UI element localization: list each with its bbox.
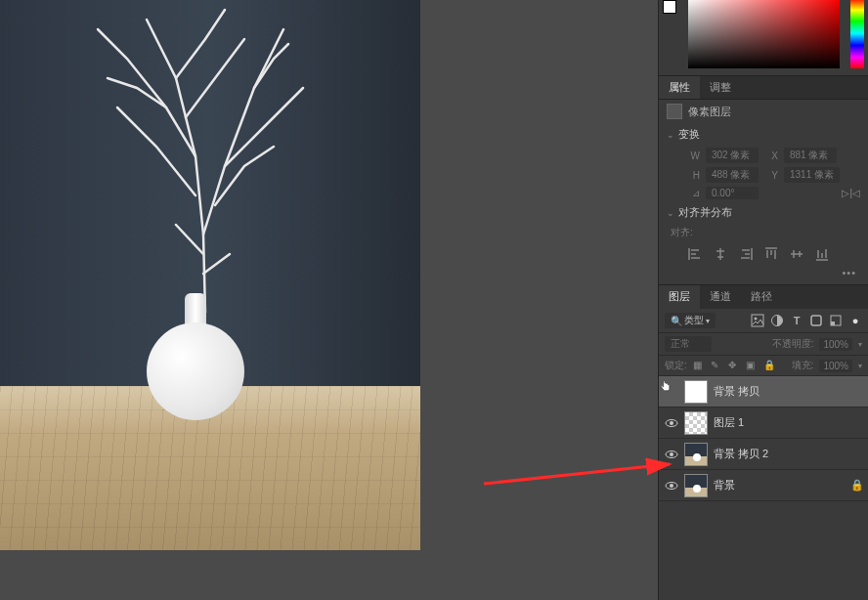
visibility-eye-icon[interactable] (665, 416, 678, 430)
angle-icon: ⊿ (686, 188, 700, 198)
layer-item[interactable]: 图层 1 (659, 407, 868, 439)
h-label: H (686, 170, 700, 181)
x-label: X (764, 150, 778, 161)
transform-wx-row: W 302 像素 X 881 像素 (659, 146, 868, 165)
x-field[interactable]: 881 像素 (784, 148, 837, 163)
filter-toggle-icon[interactable]: ● (848, 314, 862, 327)
visibility-eye-icon[interactable] (665, 479, 678, 493)
search-icon: 🔍 (671, 316, 682, 326)
lock-label: 锁定: (665, 359, 687, 372)
angle-field[interactable]: 0.00° (706, 187, 759, 199)
lock-row: 锁定: ▦ ✎ ✥ ▣ 🔒 填充: 100% ▾ (659, 356, 868, 376)
svg-point-1 (755, 318, 758, 321)
chevron-down-icon[interactable]: ▾ (858, 362, 862, 370)
svg-point-11 (670, 484, 673, 488)
y-label: Y (764, 170, 778, 181)
align-label: 对齐: (671, 226, 693, 239)
fill-label: 填充: (792, 359, 814, 372)
align-section-header[interactable]: ⌄ 对齐并分布 (659, 201, 868, 224)
foreground-background-swatch[interactable] (663, 0, 684, 21)
lock-trans-icon[interactable]: ▦ (693, 360, 705, 371)
layer-list: 背景 拷贝 图层 1 背景 拷贝 2 背景 🔒 (659, 376, 868, 501)
visibility-eye-icon[interactable] (665, 448, 678, 461)
document-canvas[interactable] (0, 0, 420, 550)
layer-name-label[interactable]: 背景 拷贝 2 (714, 447, 768, 461)
blend-mode-select[interactable]: 正常 (665, 336, 712, 352)
lock-icon: 🔒 (850, 479, 862, 492)
filter-kind-label: 类型 (684, 314, 704, 327)
align-top-icon[interactable] (762, 245, 780, 263)
align-distribute-label: 对齐并分布 (678, 205, 732, 220)
filter-type-icon[interactable]: T (790, 314, 803, 327)
color-field[interactable] (688, 0, 840, 68)
svg-rect-0 (752, 315, 763, 326)
filter-smart-icon[interactable] (829, 314, 843, 327)
svg-rect-3 (811, 316, 821, 325)
properties-tabs: 属性 调整 (659, 76, 868, 100)
align-left-icon[interactable] (686, 245, 704, 263)
fill-field[interactable]: 100% (819, 360, 852, 372)
hue-slider[interactable] (850, 0, 864, 68)
svg-point-7 (670, 421, 673, 425)
layer-item[interactable]: 背景 拷贝 2 (659, 439, 868, 470)
align-right-icon[interactable] (737, 245, 755, 263)
chevron-down-icon: ▾ (706, 317, 710, 325)
layer-thumbnail[interactable] (684, 474, 708, 497)
transform-label: 变换 (678, 127, 700, 142)
tab-channels[interactable]: 通道 (700, 285, 741, 309)
hand-cursor-icon (659, 380, 673, 394)
width-field[interactable]: 302 像素 (706, 148, 759, 163)
svg-point-9 (670, 452, 673, 456)
transform-angle-row: ⊿ 0.00° ▷|◁ (659, 185, 868, 201)
layer-thumbnail[interactable] (684, 411, 708, 435)
align-buttons-row (659, 241, 868, 267)
lock-paint-icon[interactable]: ✎ (711, 360, 722, 371)
transform-hy-row: H 488 像素 Y 1311 像素 (659, 165, 868, 185)
chevron-down-icon[interactable]: ▾ (858, 340, 862, 349)
chevron-down-icon: ⌄ (667, 130, 674, 140)
lock-artboard-icon[interactable]: ▣ (746, 360, 758, 371)
layer-name-label[interactable]: 背景 拷贝 (714, 384, 760, 399)
lock-move-icon[interactable]: ✥ (728, 360, 740, 371)
layer-thumbnail[interactable] (684, 443, 708, 466)
opacity-label: 不透明度: (772, 337, 814, 351)
tab-properties[interactable]: 属性 (659, 76, 700, 99)
tab-paths[interactable]: 路径 (741, 285, 782, 309)
align-hcenter-icon[interactable] (712, 245, 729, 263)
pixel-layer-icon (667, 104, 682, 119)
pixel-layer-label: 像素图层 (688, 105, 731, 119)
right-panel-dock: 属性 调整 像素图层 ⌄ 变换 W 302 像素 X 881 像素 H 488 … (658, 0, 868, 600)
image-branches (78, 0, 332, 313)
align-label-row: 对齐: (659, 224, 868, 241)
tab-adjustments[interactable]: 调整 (700, 76, 741, 99)
chevron-down-icon: ⌄ (667, 208, 674, 218)
blend-mode-row: 正常 不透明度: 100% ▾ (659, 333, 868, 356)
flip-horizontal-icon[interactable]: ▷|◁ (842, 188, 860, 198)
more-options-icon[interactable]: ••• (659, 267, 868, 284)
filter-shape-icon[interactable] (809, 314, 823, 327)
foreground-color-swatch[interactable] (663, 0, 676, 14)
tab-layers[interactable]: 图层 (659, 285, 700, 309)
image-vase (137, 293, 254, 420)
layer-thumbnail[interactable] (684, 380, 708, 404)
height-field[interactable]: 488 像素 (706, 167, 759, 183)
transform-section-header[interactable]: ⌄ 变换 (659, 123, 868, 146)
layers-panel: 图层 通道 路径 🔍 类型 ▾ T ● 正常 不透明度: 100% ▾ (659, 284, 868, 501)
color-picker-panel (659, 0, 868, 76)
align-bottom-icon[interactable] (813, 245, 831, 263)
filter-adjust-icon[interactable] (770, 314, 784, 327)
y-field[interactable]: 1311 像素 (784, 167, 840, 183)
align-vcenter-icon[interactable] (788, 245, 805, 263)
w-label: W (686, 150, 700, 161)
layer-filter-row: 🔍 类型 ▾ T ● (659, 309, 868, 333)
layer-name-label[interactable]: 背景 (714, 478, 735, 493)
opacity-field[interactable]: 100% (819, 338, 852, 351)
layer-item[interactable]: 背景 拷贝 (659, 376, 868, 407)
lock-all-icon[interactable]: 🔒 (763, 360, 775, 371)
svg-rect-5 (831, 321, 835, 325)
filter-kind-select[interactable]: 🔍 类型 ▾ (665, 313, 716, 328)
layer-item[interactable]: 背景 🔒 (659, 470, 868, 501)
canvas-area[interactable] (0, 0, 420, 550)
layer-name-label[interactable]: 图层 1 (714, 415, 744, 430)
filter-pixel-icon[interactable] (751, 314, 764, 327)
